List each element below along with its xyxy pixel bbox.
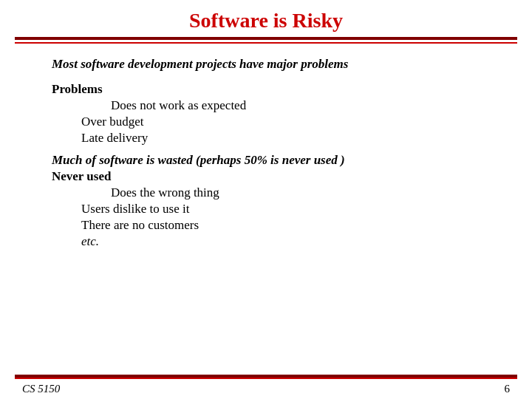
title-area: Software is Risky xyxy=(0,0,532,33)
does-not-work: Does not work as expected xyxy=(52,98,480,113)
slide: Software is Risky Most software developm… xyxy=(0,0,532,399)
footer-page: 6 xyxy=(505,383,511,395)
subtitle: Most software development projects have … xyxy=(52,57,480,72)
wasted-line: Much of software is wasted (perhaps 50% … xyxy=(52,153,480,168)
problems-heading: Problems xyxy=(52,82,480,97)
top-border-thick xyxy=(15,37,517,40)
slide-title: Software is Risky xyxy=(44,9,488,33)
no-customers: There are no customers xyxy=(52,218,480,233)
never-used-heading: Never used xyxy=(52,169,480,184)
etc-line: etc. xyxy=(52,234,480,249)
users-dislike: Users dislike to use it xyxy=(52,202,480,216)
does-wrong: Does the wrong thing xyxy=(52,185,480,200)
footer-course: CS 5150 xyxy=(22,383,60,395)
content-area: Most software development projects have … xyxy=(0,44,532,372)
footer: CS 5150 6 xyxy=(0,379,532,399)
late-delivery: Late delivery xyxy=(52,131,480,146)
over-budget: Over budget xyxy=(52,115,480,129)
